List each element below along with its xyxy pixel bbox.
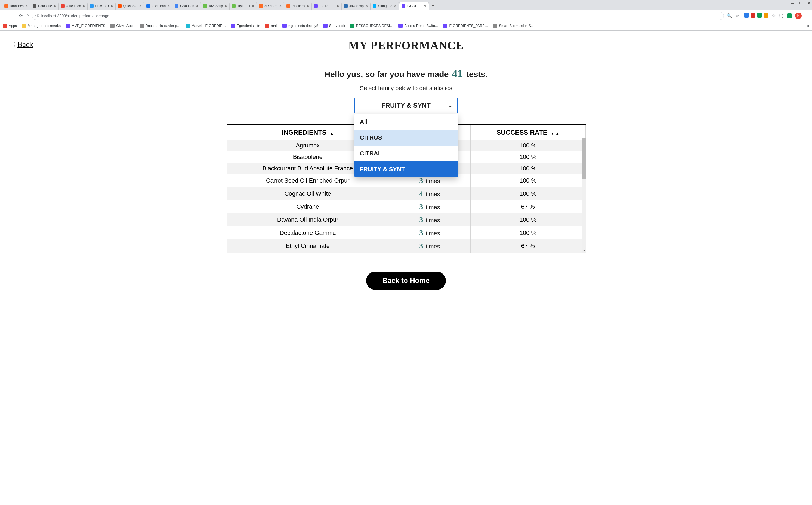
back-icon[interactable]: ← bbox=[3, 13, 7, 18]
new-tab-button[interactable]: + bbox=[429, 1, 437, 10]
extension-icon[interactable] bbox=[744, 13, 749, 18]
star-icon[interactable]: ☆ bbox=[735, 13, 739, 18]
tab-close-icon[interactable]: ✕ bbox=[139, 4, 142, 8]
extension-icon[interactable] bbox=[764, 13, 769, 18]
tab-title: Quick Sta bbox=[123, 4, 137, 8]
extension-icon[interactable] bbox=[757, 13, 762, 18]
bookmark-star-icon[interactable]: ☆ bbox=[772, 13, 776, 18]
back-to-home-button[interactable]: Back to Home bbox=[366, 272, 446, 290]
browser-tab[interactable]: Branches ✕ bbox=[2, 2, 30, 10]
nav-buttons: ← → ⟳ ⌂ bbox=[3, 13, 29, 18]
browser-tab[interactable]: JavaScrip ✕ bbox=[201, 2, 230, 10]
bookmark-item[interactable]: Build a React Switc… bbox=[398, 24, 438, 28]
circle-ext-icon[interactable]: ◯ bbox=[779, 13, 784, 18]
extension-icon[interactable] bbox=[751, 13, 756, 18]
bookmark-item[interactable]: Storybook bbox=[323, 24, 345, 28]
tab-close-icon[interactable]: ✕ bbox=[394, 4, 397, 8]
tab-close-icon[interactable]: ✕ bbox=[424, 4, 427, 8]
browser-tab[interactable]: Givaudan ✕ bbox=[144, 2, 173, 10]
bookmark-item[interactable]: mail bbox=[265, 24, 277, 28]
family-select[interactable]: FRUITY & SYNT ⌄ bbox=[355, 98, 458, 114]
window-controls: — ☐ ✕ bbox=[791, 1, 810, 5]
smelled-count: 3 bbox=[419, 241, 423, 250]
family-dropdown: AllCITRUSCITRALFRUITY & SYNT bbox=[355, 114, 458, 177]
scroll-down-icon[interactable]: ▾ bbox=[582, 248, 586, 252]
browser-tab[interactable]: String.pro ✕ bbox=[371, 2, 399, 10]
main-content: MY PERFORMANCE Hello yus, so far you hav… bbox=[0, 31, 812, 306]
bookmark-item[interactable]: Egredients site bbox=[231, 24, 260, 28]
browser-tab[interactable]: Quick Sta ✕ bbox=[116, 2, 144, 10]
sort-both-icon: ▼ ▲ bbox=[551, 131, 559, 136]
home-icon[interactable]: ⌂ bbox=[26, 13, 29, 18]
tab-favicon bbox=[373, 4, 377, 8]
back-link[interactable]: 〈 Back bbox=[10, 40, 33, 49]
tab-close-icon[interactable]: ✕ bbox=[82, 4, 85, 8]
browser-tab[interactable]: Tryit Edit ✕ bbox=[230, 2, 257, 10]
bookmark-item[interactable]: E-GREDIENTS_PARF… bbox=[443, 24, 488, 28]
cell-smelled: 3times bbox=[389, 200, 470, 213]
tab-close-icon[interactable]: ✕ bbox=[196, 4, 199, 8]
address-bar[interactable]: ⓘ localhost:3000/studentperformancepage bbox=[32, 12, 724, 20]
window-close[interactable]: ✕ bbox=[807, 1, 810, 5]
browser-tab[interactable]: Datasette ✕ bbox=[30, 2, 59, 10]
browser-tab[interactable]: E-GREDIE ✕ bbox=[399, 2, 429, 10]
bookmarks-overflow-icon[interactable]: » bbox=[807, 24, 809, 28]
browser-tab[interactable]: E-GREDIE ✕ bbox=[312, 2, 342, 10]
zoom-icon[interactable]: 🔍 bbox=[727, 13, 732, 18]
dropdown-option[interactable]: All bbox=[355, 114, 458, 130]
forward-icon[interactable]: → bbox=[11, 13, 15, 18]
window-maximize[interactable]: ☐ bbox=[799, 1, 802, 5]
browser-tab[interactable]: How to U ✕ bbox=[87, 2, 115, 10]
bookmark-item[interactable]: MVP_E-GREDIENTS bbox=[65, 24, 105, 28]
tab-title: String.pro bbox=[378, 4, 392, 8]
dropdown-option[interactable]: FRUITY & SYNT bbox=[355, 161, 458, 177]
window-minimize[interactable]: — bbox=[791, 1, 794, 5]
cell-success-rate: 67 % bbox=[471, 239, 585, 252]
tab-close-icon[interactable]: ✕ bbox=[307, 4, 309, 8]
tab-close-icon[interactable]: ✕ bbox=[252, 4, 254, 8]
tab-favicon bbox=[344, 4, 348, 8]
bookmark-item[interactable]: Apps bbox=[3, 24, 17, 28]
site-info-icon[interactable]: ⓘ bbox=[35, 13, 39, 18]
bookmark-item[interactable]: egredients deployé bbox=[282, 24, 318, 28]
tab-close-icon[interactable]: ✕ bbox=[25, 4, 28, 8]
tab-close-icon[interactable]: ✕ bbox=[54, 4, 56, 8]
dropdown-option[interactable]: CITRUS bbox=[355, 130, 458, 146]
tab-close-icon[interactable]: ✕ bbox=[365, 4, 368, 8]
bookmark-label: Raccourcis clavier p… bbox=[146, 24, 181, 28]
bookmark-item[interactable]: RESSOURCES DESI… bbox=[350, 24, 393, 28]
tab-close-icon[interactable]: ✕ bbox=[111, 4, 113, 8]
square-ext-icon[interactable] bbox=[787, 13, 792, 18]
browser-tab[interactable]: Givaudan ✕ bbox=[173, 2, 201, 10]
cell-ingredient: Decalactone Gamma bbox=[227, 226, 389, 239]
tab-close-icon[interactable]: ✕ bbox=[337, 4, 339, 8]
tab-favicon bbox=[232, 4, 236, 8]
tab-close-icon[interactable]: ✕ bbox=[224, 4, 227, 8]
chevron-left-icon: 〈 bbox=[10, 40, 16, 48]
cell-ingredient: Cognac Oil White bbox=[227, 187, 389, 200]
tab-close-icon[interactable]: ✕ bbox=[167, 4, 170, 8]
dropdown-option[interactable]: CITRAL bbox=[355, 146, 458, 161]
tab-favicon bbox=[314, 4, 318, 8]
tab-title: (aucun ob bbox=[66, 4, 81, 8]
bookmark-item[interactable]: Marvel - E-GREDIE… bbox=[186, 24, 226, 28]
table-row: Davana Oil India Orpur 3times 100 % bbox=[227, 213, 585, 226]
bookmark-item[interactable]: Raccourcis clavier p… bbox=[140, 24, 181, 28]
browser-tab[interactable]: (aucun ob ✕ bbox=[59, 2, 87, 10]
browser-tab[interactable]: df / df-eg ✕ bbox=[257, 2, 284, 10]
bookmark-item[interactable]: Smart Submission S… bbox=[493, 24, 535, 28]
browser-tab[interactable]: Pipelines ✕ bbox=[284, 2, 312, 10]
bookmark-item[interactable]: GivMeApps bbox=[110, 24, 134, 28]
bookmark-favicon bbox=[140, 24, 144, 28]
bookmark-item[interactable]: Managed bookmarks bbox=[22, 24, 61, 28]
reload-icon[interactable]: ⟳ bbox=[19, 13, 23, 18]
profile-avatar[interactable]: H bbox=[795, 12, 802, 19]
col-success-rate[interactable]: SUCCESS RATE ▼ ▲ bbox=[471, 125, 585, 140]
col-ingredients-label: INGREDIENTS bbox=[282, 129, 327, 136]
tab-close-icon[interactable]: ✕ bbox=[279, 4, 282, 8]
cell-smelled: 3times bbox=[389, 226, 470, 239]
browser-tab[interactable]: JavaScrip ✕ bbox=[342, 2, 371, 10]
kebab-menu-icon[interactable]: ⋮ bbox=[805, 13, 809, 18]
scrollbar-thumb[interactable] bbox=[582, 139, 586, 179]
table-scrollbar[interactable]: ▾ bbox=[582, 139, 586, 252]
